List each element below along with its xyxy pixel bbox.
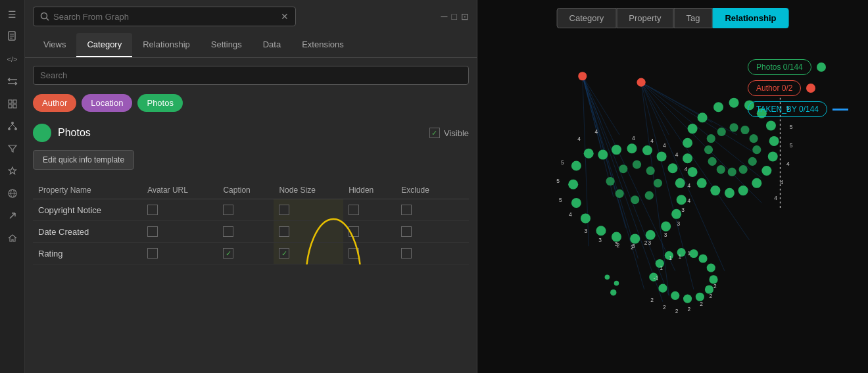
tab-settings[interactable]: Settings — [201, 33, 253, 57]
tab-category[interactable]: Category — [76, 33, 132, 57]
svg-point-106 — [698, 254, 707, 262]
restore-icon[interactable]: □ — [452, 11, 457, 22]
visible-label: Visible — [444, 128, 469, 138]
svg-rect-4 — [9, 100, 12, 103]
svg-point-62 — [631, 195, 639, 204]
svg-point-79 — [710, 186, 720, 195]
col-header-property-name: Property Name — [33, 182, 142, 199]
globe-icon[interactable] — [3, 184, 22, 203]
svg-point-80 — [697, 178, 707, 188]
author-node-1[interactable] — [578, 72, 587, 80]
svg-text:2: 2 — [650, 297, 654, 303]
svg-text:1: 1 — [669, 255, 672, 261]
svg-text:2: 2 — [631, 244, 634, 251]
svg-text:4: 4 — [688, 182, 691, 189]
svg-text:4: 4 — [595, 128, 598, 135]
tab-extensions[interactable]: Extensions — [291, 33, 354, 57]
svg-point-88 — [740, 126, 749, 134]
document-icon[interactable] — [3, 28, 22, 46]
legend-badge-photos[interactable]: Photos 0/144 — [748, 59, 811, 75]
category-search-input[interactable] — [33, 66, 469, 85]
svg-text:5: 5 — [559, 197, 562, 203]
graph-tab-property[interactable]: Property — [616, 8, 673, 28]
tab-data[interactable]: Data — [253, 33, 291, 57]
photos-pill[interactable]: Photos — [137, 94, 182, 112]
tabs-bar: Views Category Relationship Settings Dat… — [25, 33, 477, 58]
visible-checkbox[interactable]: ✓ — [429, 128, 440, 138]
svg-point-78 — [725, 188, 735, 198]
legend-item-takenby: TAKEN_BY 0/144 — [748, 101, 848, 117]
svg-text:4: 4 — [577, 136, 581, 142]
legend-dot-author — [806, 84, 815, 93]
svg-line-11 — [9, 124, 12, 128]
svg-point-77 — [738, 186, 748, 195]
tab-relationship[interactable]: Relationship — [132, 33, 201, 57]
cb-copyright-hidden[interactable] — [349, 205, 359, 215]
svg-text:4: 4 — [685, 166, 688, 172]
arrows-icon[interactable] — [3, 72, 22, 91]
cb-rating-caption[interactable]: ✓ — [223, 248, 233, 259]
svg-text:4: 4 — [774, 195, 777, 201]
svg-point-45 — [581, 213, 591, 223]
graph-tab-tag[interactable]: Tag — [673, 8, 712, 28]
sidebar: ☰ </> — [0, 0, 25, 373]
visible-toggle[interactable]: ✓ Visible — [429, 128, 469, 138]
author-pill[interactable]: Author — [33, 94, 76, 112]
cb-datecreated-caption[interactable] — [223, 226, 233, 237]
filter-icon[interactable] — [3, 139, 22, 158]
svg-point-50 — [661, 222, 671, 232]
cb-copyright-avatar[interactable] — [147, 205, 158, 215]
export-icon[interactable] — [3, 207, 22, 225]
cb-rating-nodesize[interactable]: ✓ — [279, 248, 289, 259]
legend-badge-author[interactable]: Author 0/2 — [748, 80, 801, 96]
graph-tab-category[interactable]: Category — [557, 8, 617, 28]
svg-point-84 — [688, 124, 698, 134]
grid-icon[interactable] — [3, 95, 22, 113]
graph-tab-relationship[interactable]: Relationship — [712, 8, 788, 28]
cb-copyright-caption[interactable] — [223, 205, 233, 215]
svg-point-60 — [606, 177, 614, 186]
svg-point-59 — [598, 150, 608, 160]
menu-icon[interactable]: ☰ — [3, 5, 22, 24]
maximize-icon[interactable]: ⊡ — [461, 11, 469, 22]
svg-text:2: 2 — [709, 293, 712, 299]
search-input[interactable]: Search From Graph — [53, 12, 277, 22]
svg-point-90 — [752, 145, 761, 154]
col-header-node-size: Node Size — [274, 182, 343, 199]
tab-views[interactable]: Views — [33, 33, 76, 57]
home-icon[interactable] — [3, 229, 22, 247]
svg-point-96 — [704, 145, 713, 154]
author-node-2[interactable] — [637, 78, 645, 87]
cb-rating-hidden[interactable] — [349, 248, 359, 259]
edit-quick-info-button[interactable]: Edit quick info template — [33, 150, 134, 170]
cb-datecreated-hidden[interactable] — [349, 226, 359, 237]
svg-point-8 — [11, 122, 14, 124]
legend-badge-takenby[interactable]: TAKEN_BY 0/144 — [748, 101, 827, 117]
cb-datecreated-nodesize[interactable] — [279, 226, 289, 237]
svg-text:1: 1 — [678, 253, 681, 260]
star-icon[interactable] — [3, 162, 22, 180]
minimize-icon[interactable]: ─ — [441, 11, 448, 22]
legend-item-author: Author 0/2 — [748, 80, 848, 96]
svg-text:5: 5 — [556, 178, 560, 184]
cb-copyright-nodesize[interactable] — [279, 205, 289, 215]
cb-datecreated-avatar[interactable] — [147, 226, 158, 237]
clear-search-icon[interactable]: ✕ — [281, 11, 289, 22]
svg-point-156 — [605, 274, 610, 280]
hierarchy-icon[interactable] — [3, 117, 22, 136]
svg-point-63 — [645, 191, 654, 200]
cb-datecreated-exclude[interactable] — [401, 226, 412, 237]
svg-line-12 — [12, 124, 16, 128]
svg-text:2: 2 — [663, 304, 666, 311]
legend: Photos 0/144 Author 0/2 TAKEN_BY 0/144 — [748, 59, 848, 117]
cb-rating-exclude[interactable] — [401, 248, 412, 259]
cb-copyright-exclude[interactable] — [401, 205, 412, 215]
cb-rating-avatar[interactable] — [147, 248, 158, 259]
svg-rect-6 — [9, 105, 12, 108]
svg-text:2: 2 — [675, 308, 679, 314]
location-pill[interactable]: Location — [82, 94, 132, 112]
search-bar: Search From Graph ✕ ─ □ ⊡ — [25, 0, 477, 33]
svg-text:3: 3 — [664, 232, 667, 238]
col-header-hidden: Hidden — [343, 182, 396, 199]
code-icon[interactable]: </> — [3, 50, 22, 68]
